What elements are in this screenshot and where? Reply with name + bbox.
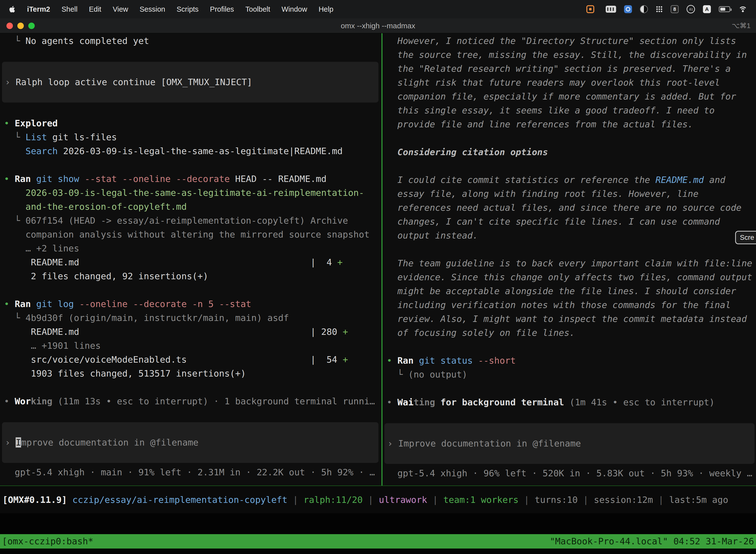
menu-item-help[interactable]: Help <box>313 5 339 13</box>
blank-line <box>4 408 381 422</box>
edge-tooltip[interactable]: Scre <box>735 231 756 244</box>
close-button[interactable] <box>6 22 13 29</box>
text-segment: output instead. <box>387 230 478 240</box>
text-segment: mprove documentation in @filename <box>21 437 198 447</box>
blank-line <box>4 381 381 394</box>
text-segment: references need actual files, and since … <box>387 203 741 213</box>
text-segment: Search <box>25 146 58 156</box>
blue-app-icon[interactable] <box>624 5 632 13</box>
apple-menu[interactable] <box>6 5 21 13</box>
screen-recording-indicator-icon[interactable] <box>586 5 594 13</box>
text-segment: + <box>342 327 348 337</box>
blank-line <box>4 48 381 62</box>
text-segment: of focusing solely on file lines. <box>387 328 575 338</box>
text-segment: src/voice/voiceModeEnabled.ts | 54 <box>4 354 342 365</box>
agents-status-line: └ No agents completed yet <box>4 34 381 48</box>
menu-item-view[interactable]: View <box>107 5 134 13</box>
wifi-icon[interactable] <box>738 5 748 13</box>
text-segment: git show <box>36 174 84 184</box>
text-segment: slight risk that future readers may over… <box>387 77 720 88</box>
text-segment <box>4 146 25 156</box>
terminal-line: companion file, especially if more comme… <box>387 90 756 104</box>
text-segment: Ralph loop active continue <box>16 77 161 87</box>
tmux-session-window: [omx-cczip0:bash* <box>2 534 93 549</box>
text-segment: 2026-03-09-is-legal-the-same-as-legitima… <box>25 188 364 198</box>
terminal-line: … +1901 lines <box>4 339 381 353</box>
menu-item-scripts[interactable]: Scripts <box>171 5 204 13</box>
app-grid-icon[interactable] <box>656 6 663 13</box>
text-segment: README.md | 280 <box>4 327 342 337</box>
terminal-line: output instead. <box>387 229 756 242</box>
terminal-line: provide file and line references from th… <box>387 117 756 131</box>
text-segment: Considering citation options <box>387 147 548 157</box>
text-segment <box>4 202 25 212</box>
text-segment: (no output) <box>408 369 467 380</box>
screen: { "window": { "title": "omx --xhigh --ma… <box>0 0 756 554</box>
model-status-line: gpt-5.4 xhigh · main · 91% left · 2.31M … <box>4 465 381 479</box>
text-segment: 2 files changed, 92 insertions(+) <box>4 271 208 281</box>
text-segment: › <box>387 438 398 448</box>
text-segment: └ <box>4 132 25 142</box>
composer-input[interactable]: › Improve documentation in @filename <box>384 423 755 464</box>
text-segment: | <box>288 495 304 505</box>
gauge-icon[interactable]: .61 <box>687 5 695 13</box>
menu-item-window[interactable]: Window <box>276 5 313 13</box>
text-segment: • <box>4 299 15 309</box>
window-shortcut-badge: ⌥⌘1 <box>732 21 751 30</box>
terminal-line: └ (no output) <box>387 368 756 382</box>
terminal-line: the source tree, missing the essay. Stil… <box>387 48 756 62</box>
blank-line <box>387 340 756 354</box>
menu-bar-status-area: 8 .61 A <box>586 5 750 13</box>
text-segment: └ <box>4 313 25 323</box>
text-segment: • <box>387 355 397 366</box>
input-source-icon[interactable]: A <box>703 5 711 13</box>
menu-item-iterm2[interactable]: iTerm2 <box>21 5 56 13</box>
shade-icon[interactable] <box>640 5 648 13</box>
text-segment: | <box>427 495 443 505</box>
text-segment: might be acceptable alongside the file l… <box>387 286 736 296</box>
terminal-pane-right[interactable]: However, I noticed the "Directory Struct… <box>382 33 756 486</box>
keycast-icon[interactable]: 8 <box>671 5 679 13</box>
minimize-button[interactable] <box>17 22 24 29</box>
terminal-line: might be acceptable alongside the file l… <box>387 284 756 298</box>
text-segment: the source tree, missing the essay. Stil… <box>387 50 747 60</box>
text-segment: companion analysis without altering the … <box>4 229 370 239</box>
keyboard-icon[interactable] <box>606 6 616 13</box>
menu-item-edit[interactable]: Edit <box>83 5 107 13</box>
composer-input[interactable]: › Improve documentation in @filename <box>2 422 378 463</box>
text-segment: 067f154 (HEAD -> essay/ai-reimplementati… <box>25 215 348 226</box>
text-segment: Wai <box>397 397 414 407</box>
terminal-line: and-the-erosion-of-copyleft.md <box>4 200 381 214</box>
text-segment: └ <box>4 215 25 226</box>
text-segment: and <box>704 175 726 185</box>
text-segment: ralph:11/20 <box>304 495 363 505</box>
terminal: └ No agents completed yet› Ralph loop ac… <box>0 33 756 486</box>
text-segment: the "Related research writing" section i… <box>387 63 731 74</box>
text-segment: last:5m ago <box>669 495 728 505</box>
terminal-line: └ 067f154 (HEAD -> essay/ai-reimplementa… <box>4 214 381 228</box>
menu-item-shell[interactable]: Shell <box>56 5 83 13</box>
menu-item-session[interactable]: Session <box>134 5 171 13</box>
text-segment: Explored <box>15 118 58 128</box>
text-segment: | <box>519 495 535 505</box>
menu-item-profiles[interactable]: Profiles <box>204 5 240 13</box>
blank-line <box>4 283 381 297</box>
terminal-line: README.md | 4 + <box>4 256 381 269</box>
ralph-loop-banner[interactable]: › Ralph loop active continue [OMX_TMUX_I… <box>2 62 378 103</box>
tmux-status-bar: [omx-cczip0:bash* "MacBook-Pro-44.local"… <box>0 534 756 549</box>
model-status-line: gpt-5.4 xhigh · 96% left · 520K in · 5.8… <box>387 466 756 480</box>
text-segment: --short <box>478 355 516 366</box>
prompt-line: › Improve documentation in @filename <box>387 437 581 450</box>
omx-status-line: [OMX#0.11.9] cczip/essay/ai-reimplementa… <box>2 495 728 505</box>
text-segment: … +2 lines <box>4 243 79 254</box>
menu-item-toolbelt[interactable]: Toolbelt <box>240 5 276 13</box>
text-segment: └ <box>4 36 25 46</box>
zoom-button[interactable] <box>28 22 35 29</box>
terminal-pane-left[interactable]: └ No agents completed yet› Ralph loop ac… <box>0 33 381 486</box>
battery-icon[interactable] <box>719 6 730 12</box>
text-segment <box>435 397 441 407</box>
tmux-host-clock: "MacBook-Pro-44.local" 04:52 31-Mar-26 <box>550 534 754 549</box>
text-segment: git ls-files <box>47 132 117 142</box>
window-title-bar: omx --xhigh --madmax ⌥⌘1 <box>0 18 756 33</box>
text-segment: No agents completed yet <box>25 36 149 46</box>
